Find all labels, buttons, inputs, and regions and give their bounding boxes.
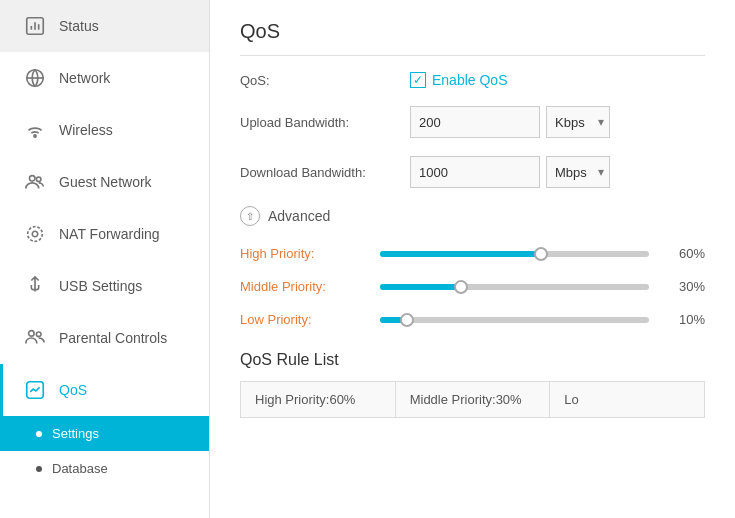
- middle-priority-slider[interactable]: [380, 282, 649, 292]
- qos-field-label: QoS:: [240, 73, 410, 88]
- middle-priority-fill: [380, 284, 461, 290]
- sidebar: Status Network Wireless Guest Network: [0, 0, 210, 518]
- network-icon: [23, 66, 47, 90]
- download-controls: Kbps Mbps: [410, 156, 610, 188]
- high-priority-label: High Priority:: [240, 246, 380, 261]
- high-priority-thumb[interactable]: [534, 247, 548, 261]
- database-dot: [36, 466, 42, 472]
- upload-unit-select[interactable]: Kbps Mbps: [546, 106, 610, 138]
- advanced-label: Advanced: [268, 208, 330, 224]
- check-icon: ✓: [410, 72, 426, 88]
- download-input[interactable]: [410, 156, 540, 188]
- sidebar-item-nat[interactable]: NAT Forwarding: [0, 208, 209, 260]
- middle-priority-label: Middle Priority:: [240, 279, 380, 294]
- parental-icon: [23, 326, 47, 350]
- sidebar-item-qos-label: QoS: [59, 382, 87, 398]
- sidebar-item-status-label: Status: [59, 18, 99, 34]
- sidebar-item-usb[interactable]: USB Settings: [0, 260, 209, 312]
- low-priority-label: Low Priority:: [240, 312, 380, 327]
- sidebar-item-network-label: Network: [59, 70, 110, 86]
- svg-point-7: [30, 176, 36, 182]
- middle-priority-row: Middle Priority: 30%: [240, 279, 705, 294]
- rule-table: High Priority:60% Middle Priority:30% Lo: [240, 381, 705, 418]
- download-row: Download Bandwidth: Kbps Mbps: [240, 156, 705, 188]
- high-priority-slider[interactable]: [380, 249, 649, 259]
- svg-point-10: [28, 227, 43, 242]
- rule-cell-low: Lo: [550, 382, 704, 417]
- enable-qos-label: Enable QoS: [432, 72, 508, 88]
- low-priority-percent: 10%: [665, 312, 705, 327]
- high-priority-row: High Priority: 60%: [240, 246, 705, 261]
- sub-item-settings-label: Settings: [52, 426, 99, 441]
- svg-point-12: [36, 332, 41, 337]
- rule-cell-middle: Middle Priority:30%: [396, 382, 551, 417]
- download-label: Download Bandwidth:: [240, 165, 410, 180]
- guest-icon: [23, 170, 47, 194]
- qos-icon: [23, 378, 47, 402]
- upload-unit-wrapper: Kbps Mbps: [546, 106, 610, 138]
- low-priority-thumb[interactable]: [400, 313, 414, 327]
- sidebar-item-nat-label: NAT Forwarding: [59, 226, 160, 242]
- enable-qos-checkbox[interactable]: ✓ Enable QoS: [410, 72, 508, 88]
- sidebar-item-network[interactable]: Network: [0, 52, 209, 104]
- svg-point-11: [29, 331, 34, 337]
- upload-label: Upload Bandwidth:: [240, 115, 410, 130]
- middle-priority-thumb[interactable]: [454, 280, 468, 294]
- sidebar-item-qos[interactable]: QoS: [0, 364, 209, 416]
- usb-icon: [23, 274, 47, 298]
- sidebar-item-parental[interactable]: Parental Controls: [0, 312, 209, 364]
- upload-input[interactable]: [410, 106, 540, 138]
- download-unit-wrapper: Kbps Mbps: [546, 156, 610, 188]
- svg-point-6: [34, 135, 36, 137]
- low-priority-slider[interactable]: [380, 315, 649, 325]
- sidebar-item-status[interactable]: Status: [0, 0, 209, 52]
- advanced-toggle[interactable]: ⇧ Advanced: [240, 206, 705, 226]
- sub-item-database[interactable]: Database: [0, 451, 209, 486]
- chevron-up-icon: ⇧: [240, 206, 260, 226]
- sidebar-item-wireless[interactable]: Wireless: [0, 104, 209, 156]
- download-unit-select[interactable]: Kbps Mbps: [546, 156, 610, 188]
- rule-cell-high: High Priority:60%: [241, 382, 396, 417]
- sub-item-settings[interactable]: Settings: [0, 416, 209, 451]
- low-priority-row: Low Priority: 10%: [240, 312, 705, 327]
- sidebar-item-wireless-label: Wireless: [59, 122, 113, 138]
- high-priority-percent: 60%: [665, 246, 705, 261]
- wireless-icon: [23, 118, 47, 142]
- qos-enable-row: QoS: ✓ Enable QoS: [240, 72, 705, 88]
- low-priority-track: [380, 317, 649, 323]
- high-priority-fill: [380, 251, 541, 257]
- svg-point-8: [36, 177, 41, 182]
- settings-dot: [36, 431, 42, 437]
- rule-list-title: QoS Rule List: [240, 351, 705, 369]
- sidebar-item-guest-label: Guest Network: [59, 174, 152, 190]
- nat-icon: [23, 222, 47, 246]
- svg-point-9: [32, 231, 38, 237]
- upload-controls: Kbps Mbps: [410, 106, 610, 138]
- status-icon: [23, 14, 47, 38]
- sidebar-item-usb-label: USB Settings: [59, 278, 142, 294]
- sidebar-item-parental-label: Parental Controls: [59, 330, 167, 346]
- main-content: QoS QoS: ✓ Enable QoS Upload Bandwidth: …: [210, 0, 735, 518]
- upload-row: Upload Bandwidth: Kbps Mbps: [240, 106, 705, 138]
- page-title: QoS: [240, 20, 705, 56]
- sidebar-item-guest-network[interactable]: Guest Network: [0, 156, 209, 208]
- middle-priority-percent: 30%: [665, 279, 705, 294]
- sub-item-database-label: Database: [52, 461, 108, 476]
